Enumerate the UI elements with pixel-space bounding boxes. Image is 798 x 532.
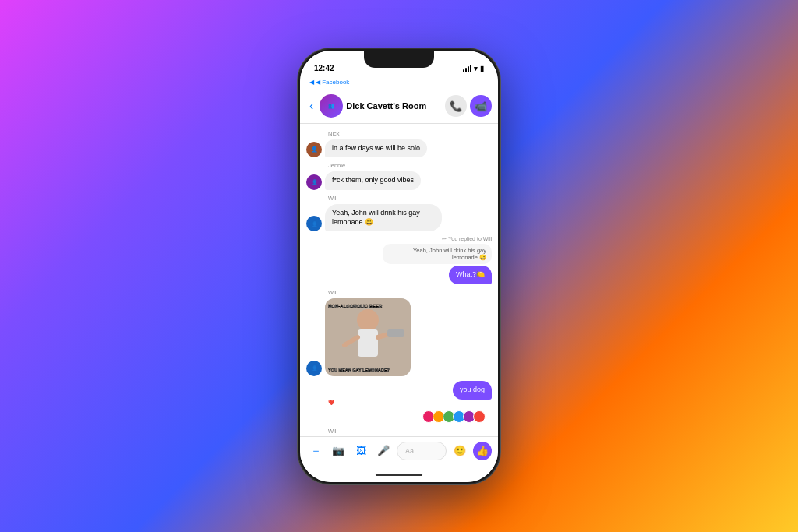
- svg-rect-2: [358, 329, 378, 357]
- back-nav[interactable]: ◀ ◀ Facebook: [300, 76, 498, 90]
- sender-will-meme: Will: [328, 289, 492, 296]
- svg-text:YOU MEAN GAY LEMONADE?: YOU MEAN GAY LEMONADE?: [328, 368, 390, 372]
- sender-jennie: Jennie: [328, 162, 492, 169]
- home-indicator: [300, 468, 498, 482]
- battery-icon: ▮: [480, 65, 484, 72]
- react-avatar-6: [473, 410, 486, 423]
- status-time: 12:42: [314, 64, 334, 72]
- back-button[interactable]: ‹: [306, 99, 316, 113]
- image-button[interactable]: 🖼: [351, 442, 370, 460]
- message-row-nick: 👤 in a few days we will be solo: [306, 139, 492, 158]
- input-placeholder: Aa: [405, 447, 414, 455]
- message-group-lastmsg: Will 👤 1st day of each month😁: [306, 428, 492, 436]
- message-group-meme: Will 👤: [306, 289, 492, 376]
- emoji-button[interactable]: 🙂: [450, 442, 469, 460]
- chat-title: Dick Cavett's Room: [346, 101, 442, 111]
- home-bar: [376, 474, 422, 476]
- reply-label: ↩ You replied to Will: [442, 236, 492, 242]
- bubble-jennie: f*ck them, only good vibes: [325, 171, 421, 190]
- svg-text:NON-ALCOHOLIC BEER: NON-ALCOHOLIC BEER: [328, 304, 383, 308]
- message-row-will1: 👤 Yeah, John will drink his gay lemonade…: [306, 204, 492, 231]
- group-avatar: 👥: [320, 94, 343, 118]
- avatar-will1: 👤: [306, 216, 322, 231]
- message-row-right1: What?🍋: [449, 266, 492, 284]
- message-row-meme: 👤: [306, 298, 492, 376]
- heart-reaction: ❤️: [328, 400, 492, 406]
- mic-button[interactable]: 🎤: [374, 442, 393, 460]
- back-chevron-icon: ◀: [309, 79, 314, 86]
- facebook-back-label[interactable]: ◀ ◀ Facebook: [309, 79, 349, 86]
- message-row-jennie: 👤 f*ck them, only good vibes: [306, 171, 492, 190]
- bubble-youdog: you dog: [453, 381, 492, 400]
- avatar-jennie: 👤: [306, 174, 322, 190]
- phone-screen: 12:42 ▾ ▮ ◀ ◀ Facebook ‹: [300, 51, 498, 482]
- chat-header: ‹ 👥 Dick Cavett's Room 📞 📹: [300, 90, 498, 124]
- bottom-toolbar: ＋ 📷 🖼 🎤 Aa 🙂 👍: [300, 436, 498, 468]
- sender-will1: Will: [328, 195, 492, 202]
- message-group-nick: Nick 👤 in a few days we will be solo: [306, 130, 492, 158]
- reaction-avatars-row: [306, 410, 492, 423]
- message-group-will1: Will 👤 Yeah, John will drink his gay lem…: [306, 195, 492, 231]
- plus-button[interactable]: ＋: [306, 442, 325, 460]
- reply-preview: Yeah, John will drink his gay lemonade 😀: [383, 244, 492, 264]
- like-button[interactable]: 👍: [473, 442, 492, 460]
- notch: [364, 51, 434, 68]
- svg-point-1: [357, 309, 379, 331]
- message-group-youdog: you dog ❤️: [306, 381, 492, 406]
- camera-button[interactable]: 📷: [329, 442, 348, 460]
- message-group-jennie: Jennie 👤 f*ck them, only good vibes: [306, 162, 492, 190]
- meme-svg: NON-ALCOHOLIC BEER YOU MEAN GAY LEMONADE…: [325, 298, 411, 376]
- message-row-youdog: you dog: [306, 381, 492, 400]
- wifi-icon: ▾: [474, 65, 478, 72]
- svg-rect-5: [387, 329, 404, 337]
- message-input[interactable]: Aa: [397, 442, 447, 460]
- avatar-will-meme: 👤: [306, 361, 322, 376]
- phone-frame: 12:42 ▾ ▮ ◀ ◀ Facebook ‹: [298, 48, 500, 484]
- status-icons: ▾ ▮: [463, 65, 484, 72]
- meme-image: NON-ALCOHOLIC BEER YOU MEAN GAY LEMONADE…: [325, 298, 411, 376]
- bubble-right1: What?🍋: [449, 266, 492, 284]
- call-button[interactable]: 📞: [445, 95, 467, 117]
- bubble-nick: in a few days we will be solo: [325, 139, 427, 158]
- signal-icon: [463, 65, 471, 72]
- sender-will-last: Will: [328, 428, 492, 435]
- sender-nick: Nick: [328, 130, 492, 137]
- bubble-will1: Yeah, John will drink his gay lemonade 😀: [325, 204, 442, 231]
- avatar-nick: 👤: [306, 142, 322, 157]
- video-button[interactable]: 📹: [470, 95, 492, 117]
- reply-group: ↩ You replied to Will Yeah, John will dr…: [306, 236, 492, 284]
- messages-area: Nick 👤 in a few days we will be solo Jen…: [300, 124, 498, 436]
